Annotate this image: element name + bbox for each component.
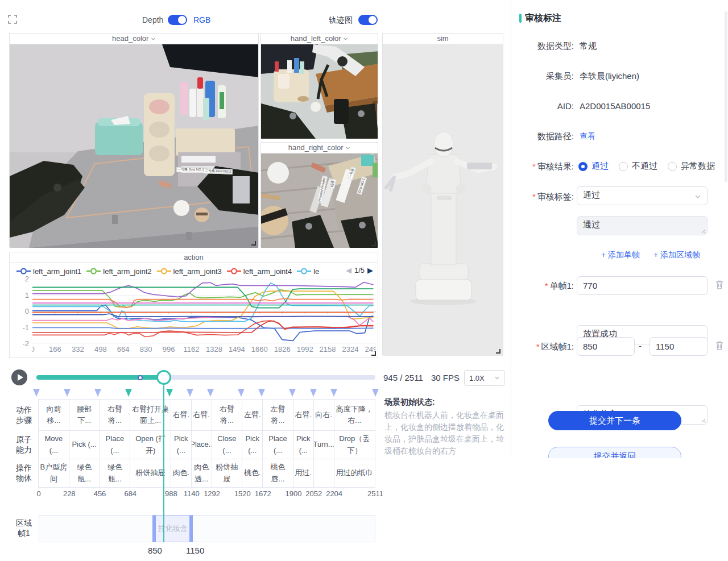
- step-cell-atomic[interactable]: Move (...: [38, 430, 69, 459]
- step-cell-object[interactable]: 桃色.: [242, 459, 263, 488]
- radio-icon[interactable]: [578, 162, 588, 171]
- step-marker-icon[interactable]: [258, 389, 265, 397]
- add-single-frame-link[interactable]: + 添加单帧: [601, 250, 640, 260]
- legend-item[interactable]: left_arm_joint2: [86, 267, 151, 276]
- legend-item[interactable]: le: [297, 267, 319, 276]
- step-cell-object[interactable]: 粉饼抽屉: [130, 459, 171, 488]
- step-cell-atomic[interactable]: Open (打开): [130, 430, 171, 459]
- hand-right-header[interactable]: hand_right_color: [261, 143, 378, 153]
- step-cell-atomic[interactable]: Turn...: [313, 430, 334, 459]
- step-cell-atomic[interactable]: Pick (...: [293, 430, 314, 459]
- step-cell-atomic[interactable]: Drop（丢下）: [334, 430, 375, 459]
- legend-item[interactable]: left_arm_joint4: [227, 267, 292, 276]
- trajectory-toggle[interactable]: [358, 15, 378, 25]
- step-cell-atomic[interactable]: Close (...: [212, 430, 243, 459]
- step-marker-icon[interactable]: [238, 389, 245, 397]
- step-cell-action[interactable]: 右臂.: [171, 399, 192, 431]
- step-cell-object[interactable]: 用过的纸巾: [334, 459, 375, 488]
- data-path-link[interactable]: 查看: [580, 131, 595, 142]
- result-radio-option[interactable]: 异常数据: [668, 161, 715, 172]
- fullscreen-icon[interactable]: [8, 15, 17, 24]
- submit-next-button[interactable]: 提交并下一条: [548, 411, 681, 430]
- step-marker-icon[interactable]: [310, 389, 317, 397]
- play-button[interactable]: [11, 369, 27, 385]
- step-cell-action[interactable]: 高度下降，右...: [334, 399, 375, 431]
- step-cell-action[interactable]: 右臂将...: [212, 399, 243, 431]
- step-cell-action[interactable]: 左臂将...: [262, 399, 293, 431]
- step-cell-object[interactable]: 肉色透...: [191, 459, 212, 488]
- progress-handle[interactable]: [156, 370, 171, 385]
- resize-grip-icon[interactable]: [701, 228, 706, 234]
- tag-select[interactable]: 通过: [577, 186, 708, 205]
- radio-icon[interactable]: [668, 162, 677, 171]
- step-cell-object[interactable]: 桃色唇...: [262, 459, 293, 488]
- step-cell-object[interactable]: [313, 459, 334, 488]
- resize-grip-icon[interactable]: [701, 418, 706, 423]
- legend-prev-icon[interactable]: ◀: [346, 266, 351, 275]
- step-marker-icon[interactable]: [289, 389, 296, 397]
- step-cell-atomic[interactable]: Pick (...: [69, 430, 100, 459]
- resize-corner-icon[interactable]: [495, 348, 500, 354]
- region-end-input[interactable]: [650, 337, 708, 356]
- step-cell-atomic[interactable]: Pick (...: [242, 430, 263, 459]
- resize-corner-icon[interactable]: [251, 240, 256, 246]
- step-cell-action[interactable]: 右臂.: [191, 399, 212, 431]
- depth-rgb-toggle[interactable]: [168, 15, 187, 25]
- region-track[interactable]: [39, 515, 375, 542]
- speed-select[interactable]: 1.0X: [464, 370, 505, 386]
- step-cell-atomic[interactable]: Pick (...: [171, 430, 192, 459]
- region-handle-left[interactable]: [152, 516, 156, 542]
- step-cell-object[interactable]: 绿色瓶...: [69, 459, 100, 488]
- chart-plot[interactable]: [32, 279, 377, 344]
- sim-header[interactable]: sim: [383, 34, 503, 44]
- step-cell-object[interactable]: B户型房间: [38, 459, 69, 488]
- step-cell-object[interactable]: 肉色.: [171, 459, 192, 488]
- step-marker-icon[interactable]: [64, 389, 71, 397]
- region-segment[interactable]: 拉化妆盒: [152, 515, 193, 542]
- step-marker-icon[interactable]: [372, 389, 379, 397]
- head-color-header[interactable]: head_color: [10, 34, 258, 44]
- playhead-line[interactable]: [163, 385, 164, 542]
- result-radio-option[interactable]: 通过: [578, 161, 609, 172]
- step-marker-icon[interactable]: [207, 389, 214, 397]
- region-handle-right[interactable]: [189, 516, 193, 542]
- radio-icon[interactable]: [619, 162, 628, 171]
- hand-left-header[interactable]: hand_left_color: [261, 34, 378, 44]
- delete-single-frame-icon[interactable]: [715, 280, 724, 290]
- step-cell-object[interactable]: 绿色瓶...: [100, 459, 131, 488]
- step-cell-action[interactable]: 向前移...: [38, 399, 69, 431]
- sim-viewport[interactable]: [383, 44, 503, 356]
- step-cell-action[interactable]: 右臂打开桌面上...: [130, 399, 171, 431]
- single-frame-dot[interactable]: [138, 375, 143, 380]
- legend-next-icon[interactable]: ▶: [367, 266, 373, 275]
- step-marker-icon[interactable]: [187, 389, 193, 397]
- single-frame-input[interactable]: [577, 276, 708, 295]
- legend-item[interactable]: left_arm_joint3: [157, 267, 222, 276]
- delete-region-frame-icon[interactable]: [715, 340, 724, 351]
- tag-note-textarea[interactable]: 通过: [577, 216, 708, 235]
- submit-back-button[interactable]: 提交并返回: [548, 447, 681, 458]
- add-region-frame-link[interactable]: + 添加区域帧: [653, 250, 700, 260]
- step-cell-atomic[interactable]: Place..: [191, 430, 212, 459]
- step-cell-action[interactable]: 向右.: [313, 399, 334, 431]
- resize-corner-icon[interactable]: [371, 351, 376, 356]
- step-marker-icon[interactable]: [166, 389, 173, 397]
- step-cell-object[interactable]: 粉饼抽屉: [212, 459, 243, 488]
- step-cell-atomic[interactable]: Place (...: [100, 430, 131, 459]
- step-marker-icon[interactable]: [94, 389, 101, 397]
- step-cell-atomic[interactable]: Place (...: [262, 430, 293, 459]
- resize-corner-icon[interactable]: [371, 241, 376, 246]
- chart-legend: left_arm_joint1left_arm_joint2left_arm_j…: [16, 265, 324, 277]
- result-radio-option[interactable]: 不通过: [619, 161, 657, 172]
- step-cell-object[interactable]: 用过.: [293, 459, 314, 488]
- step-marker-icon[interactable]: [33, 389, 40, 397]
- step-marker-icon[interactable]: [125, 389, 132, 397]
- x-tick-label: 0: [32, 345, 35, 354]
- step-cell-action[interactable]: 右臂将...: [100, 399, 131, 431]
- region-start-input[interactable]: [577, 337, 635, 356]
- step-cell-action[interactable]: 右臂.: [293, 399, 314, 431]
- step-marker-icon[interactable]: [330, 389, 337, 397]
- step-cell-action[interactable]: 腰部下...: [69, 399, 100, 431]
- scrollbar-thumb[interactable]: [725, 11, 727, 182]
- step-cell-action[interactable]: 左臂.: [242, 399, 263, 431]
